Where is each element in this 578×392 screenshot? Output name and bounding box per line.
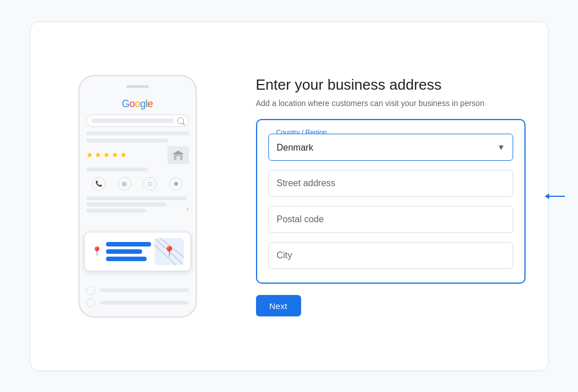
phone-speaker bbox=[126, 85, 149, 88]
phone-bottom-content bbox=[86, 286, 189, 307]
phone-content: ★ ★ ★ ★ ★ bbox=[86, 131, 189, 213]
address-form: Country / Region Denmark Sweden Norway F… bbox=[256, 119, 526, 284]
street-field-group bbox=[268, 170, 513, 197]
arrow-indicator bbox=[545, 193, 565, 199]
chevron-right-icon: › bbox=[187, 205, 189, 213]
svg-marker-1 bbox=[173, 151, 184, 154]
phone-bottom-icon-2 bbox=[86, 298, 95, 307]
svg-rect-2 bbox=[177, 156, 180, 160]
phone-bottom-icon-1 bbox=[86, 286, 95, 295]
google-logo: Google bbox=[122, 98, 153, 110]
right-panel: Enter your business address Add a locati… bbox=[245, 76, 526, 317]
country-field-group: Country / Region Denmark Sweden Norway F… bbox=[268, 134, 513, 161]
phone-location-card: 📍 📍 bbox=[84, 232, 191, 271]
page-title: Enter your business address bbox=[256, 76, 526, 95]
direction-icon: ◎ bbox=[118, 177, 131, 191]
next-button[interactable]: Next bbox=[256, 295, 301, 316]
arrow-head-icon bbox=[545, 193, 549, 199]
card-map-thumbnail: 📍 bbox=[155, 238, 184, 265]
city-input[interactable] bbox=[268, 242, 513, 269]
shop-icon bbox=[167, 146, 189, 164]
card-pin-icon: 📍 bbox=[91, 246, 103, 257]
search-bar-fill bbox=[91, 118, 174, 123]
postal-code-input[interactable] bbox=[268, 206, 513, 233]
phone-illustration: Google ★ ★ ★ ★ ★ bbox=[53, 75, 222, 318]
stars-shop-row: ★ ★ ★ ★ ★ bbox=[86, 146, 189, 164]
street-address-input[interactable] bbox=[268, 170, 513, 197]
phone-mockup: Google ★ ★ ★ ★ ★ bbox=[78, 75, 197, 318]
card-text-lines bbox=[106, 242, 151, 261]
city-field-group bbox=[268, 242, 513, 269]
save-icon: □ bbox=[143, 177, 157, 191]
phone-actions-row: 📞 ◎ □ ⊕ bbox=[86, 177, 189, 191]
country-select-wrapper: Denmark Sweden Norway Finland Germany Un… bbox=[268, 134, 513, 161]
phone-search-icon bbox=[177, 117, 184, 124]
country-select[interactable]: Denmark Sweden Norway Finland Germany Un… bbox=[268, 134, 513, 161]
star-rating: ★ ★ ★ ★ ★ bbox=[86, 151, 127, 159]
arrow-line bbox=[549, 196, 565, 197]
call-icon: 📞 bbox=[92, 177, 105, 191]
store-svg bbox=[172, 149, 184, 161]
postal-field-group bbox=[268, 206, 513, 233]
page-subtitle: Add a location where customers can visit… bbox=[256, 99, 526, 108]
main-card: Google ★ ★ ★ ★ ★ bbox=[30, 21, 549, 371]
map-pin-icon: 📍 bbox=[163, 245, 175, 258]
share-icon: ⊕ bbox=[169, 177, 183, 191]
phone-search-bar bbox=[86, 114, 189, 127]
